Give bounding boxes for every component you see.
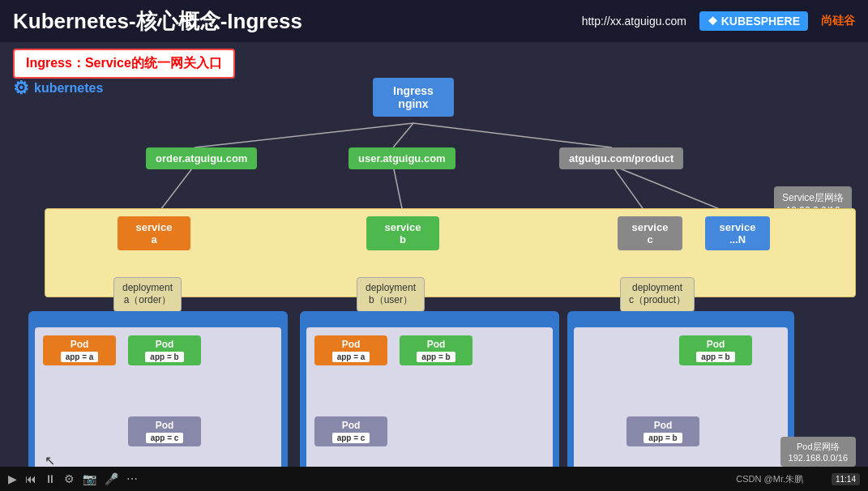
kubesphere-logo: ❖ KUBESPHERE: [699, 11, 808, 31]
service-b: service b: [366, 216, 439, 250]
atguigu-logo: 尚硅谷: [821, 14, 855, 28]
settings-icon[interactable]: ⚙: [64, 472, 75, 485]
svg-line-2: [413, 123, 612, 147]
pod-b2: Pod app = b: [400, 335, 472, 365]
domain-product: atguigu.com/product: [559, 147, 683, 169]
content-area: Ingress：Service的统一网关入口 ⚙ kubernetes Ingr…: [0, 42, 868, 491]
service-c: service c: [618, 216, 682, 250]
info-box: Ingress：Service的统一网关入口: [13, 49, 235, 79]
csdn-label: CSDN @Mr.朱鹏: [736, 473, 803, 485]
blue-section-b: Pod app = a Pod app = b Pod app = c: [300, 311, 559, 491]
deployment-c: deployment c（product）: [620, 277, 695, 312]
header-url: http://xx.atguigu.com: [582, 15, 686, 28]
bottom-bar: ▶ ⏮ ⏸ ⚙ 📷 🎤 ⋯ CSDN @Mr.朱鹏 11:14: [0, 467, 868, 491]
header-right: http://xx.atguigu.com ❖ KUBESPHERE 尚硅谷: [582, 11, 855, 31]
pod-a2: Pod app = b: [128, 335, 201, 365]
svg-line-0: [195, 123, 413, 147]
pod-network-box: Pod层网络 192.168.0.0/16: [780, 437, 856, 467]
k8s-label: ⚙ kubernetes: [13, 78, 103, 99]
time-label: 11:14: [832, 473, 860, 485]
svg-line-1: [393, 123, 413, 147]
more-icon[interactable]: ⋯: [126, 472, 138, 485]
main-container: Kubernetes-核心概念-Ingress http://xx.atguig…: [0, 0, 868, 491]
mic-icon[interactable]: 🎤: [105, 472, 118, 485]
pod-c2: Pod app = b: [626, 416, 699, 446]
pause-icon[interactable]: ⏸: [45, 472, 56, 485]
domain-user: user.atguigu.com: [348, 147, 455, 169]
pod-a3: Pod app = c: [128, 416, 201, 446]
header: Kubernetes-核心概念-Ingress http://xx.atguig…: [0, 0, 868, 42]
play-icon[interactable]: ▶: [8, 472, 17, 485]
ingress-box: Ingress nginx: [373, 78, 454, 117]
domain-order: order.atguigu.com: [146, 147, 257, 169]
service-a: service a: [118, 216, 190, 250]
service-n: service ...N: [705, 216, 770, 250]
pod-b3: Pod app = c: [314, 416, 387, 446]
pod-a1: Pod app = a: [43, 335, 116, 365]
camera-icon[interactable]: 📷: [83, 472, 96, 485]
pod-c1: Pod app = b: [679, 335, 752, 365]
page-title: Kubernetes-核心概念-Ingress: [13, 7, 302, 36]
pod-b1: Pod app = a: [314, 335, 387, 365]
deployment-a: deployment a（order）: [113, 277, 182, 312]
deployment-b: deployment b（user）: [357, 277, 425, 312]
rewind-icon[interactable]: ⏮: [25, 472, 36, 485]
blue-section-c: Pod app = b Pod app = b: [567, 311, 794, 491]
blue-section-a: Pod app = a Pod app = b Pod app = c ↖: [28, 311, 288, 491]
